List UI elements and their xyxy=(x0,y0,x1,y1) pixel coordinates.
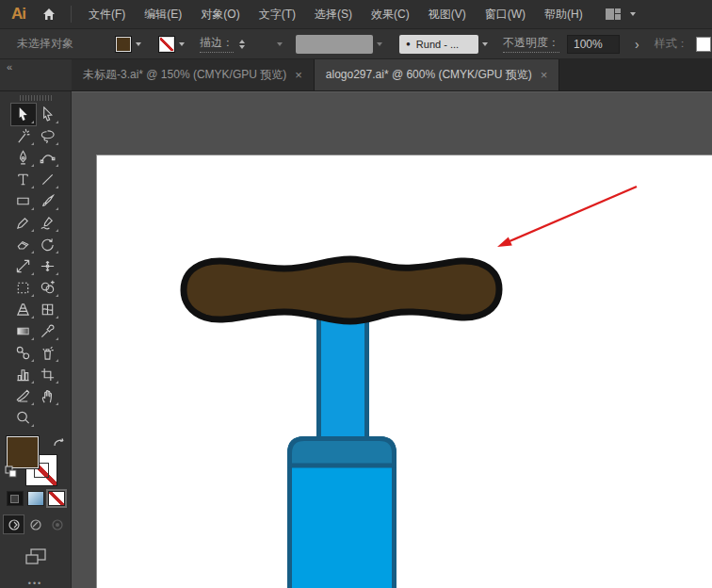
opacity-input[interactable]: 100% xyxy=(567,35,620,54)
edit-toolbar-button[interactable]: ••• xyxy=(28,579,42,588)
illustrator-logo: Ai xyxy=(0,5,35,24)
width-tool[interactable] xyxy=(36,255,60,277)
default-fill-stroke-icon[interactable] xyxy=(5,465,17,482)
draw-behind-button[interactable] xyxy=(25,515,45,533)
tab-close-icon[interactable]: × xyxy=(295,68,302,82)
shaper-icon xyxy=(40,215,56,231)
canvas-area[interactable] xyxy=(72,91,712,588)
drawing-mode-buttons xyxy=(4,515,67,533)
eyedropper-tool[interactable] xyxy=(36,320,60,342)
brush-chevron-icon[interactable] xyxy=(482,42,488,46)
panel-grip[interactable] xyxy=(20,95,52,101)
gradient-tool[interactable] xyxy=(11,320,36,342)
paint-style-buttons xyxy=(7,491,65,506)
menu-item[interactable]: 编辑(E) xyxy=(135,7,191,23)
pencil-icon xyxy=(15,215,31,231)
artboard-icon xyxy=(40,367,56,383)
blend-tool[interactable] xyxy=(11,342,36,364)
fill-color-swatch[interactable] xyxy=(115,36,132,53)
hand-icon xyxy=(40,388,56,404)
curvature-tool[interactable] xyxy=(36,147,60,169)
stroke-weight-chevron-icon[interactable] xyxy=(277,42,283,46)
stroke-weight-label[interactable]: 描边： xyxy=(200,35,234,53)
handle-shape[interactable] xyxy=(184,259,499,321)
eyedropper-icon xyxy=(40,323,56,339)
menu-item[interactable]: 窗口(W) xyxy=(476,7,535,23)
tab-close-icon[interactable]: × xyxy=(541,68,548,82)
color-button[interactable] xyxy=(7,491,24,506)
pencil-tool[interactable] xyxy=(11,212,36,234)
stroke-chevron-icon[interactable] xyxy=(179,42,185,46)
type-tool[interactable] xyxy=(11,169,36,190)
symbol-sprayer-tool[interactable] xyxy=(36,342,60,364)
menu-item[interactable]: 选择(S) xyxy=(305,7,362,23)
rotate-tool[interactable] xyxy=(36,234,60,255)
menu-item[interactable]: 视图(V) xyxy=(419,7,476,23)
direct-selection-tool[interactable] xyxy=(36,104,60,125)
draw-normal-button[interactable] xyxy=(4,515,24,533)
column-graph-tool[interactable] xyxy=(11,364,36,385)
shaper-tool[interactable] xyxy=(36,212,60,234)
rectangle-icon xyxy=(15,193,31,209)
type-icon xyxy=(15,172,31,188)
mesh-tool[interactable] xyxy=(36,299,60,320)
menu-item[interactable]: 文字(T) xyxy=(250,7,305,23)
tab-title: alogo297.ai* @ 600% (CMYK/GPU 预览) xyxy=(326,67,532,83)
fill-chevron-icon[interactable] xyxy=(136,42,141,46)
graphic-style-swatch[interactable] xyxy=(696,37,711,52)
swap-fill-stroke-icon[interactable] xyxy=(53,434,65,451)
screen-mode-icon[interactable] xyxy=(25,548,46,569)
perspective-grid-tool[interactable] xyxy=(11,299,36,320)
menu-item[interactable]: 效果(C) xyxy=(362,7,419,23)
menu-item[interactable]: 对象(O) xyxy=(191,7,249,23)
slice-tool[interactable] xyxy=(11,385,36,407)
lasso-tool[interactable] xyxy=(36,125,60,147)
selection-status: 未选择对象 xyxy=(17,36,85,52)
illustrator-window: Ai 文件(F)编辑(E)对象(O)文字(T)选择(S)效果(C)视图(V)窗口… xyxy=(0,0,712,588)
draw-inside-button xyxy=(47,515,67,533)
line-segment-tool[interactable] xyxy=(36,169,60,190)
document-tab[interactable]: alogo297.ai* @ 600% (CMYK/GPU 预览)× xyxy=(315,59,560,90)
workspace-switcher[interactable] xyxy=(606,8,639,21)
eraser-tool[interactable] xyxy=(11,234,36,255)
workspace-icon xyxy=(606,8,621,21)
stroke-color-swatch[interactable] xyxy=(158,36,175,53)
tab-title: 未标题-3.ai* @ 150% (CMYK/GPU 预览) xyxy=(83,67,286,83)
artboard-tool[interactable] xyxy=(36,364,60,385)
magic-wand-icon xyxy=(15,128,31,144)
shape-builder-tool[interactable] xyxy=(36,277,60,299)
annotation-arrow xyxy=(497,187,637,247)
direct-selection-icon xyxy=(40,106,56,122)
fill-indicator-swatch[interactable] xyxy=(7,436,39,468)
collapse-panel-icon[interactable]: « xyxy=(7,61,12,73)
brush-definition-select[interactable]: ● Rund - ... xyxy=(399,35,478,54)
gradient-icon xyxy=(15,323,31,339)
free-transform-tool[interactable] xyxy=(11,277,36,299)
paintbrush-icon xyxy=(40,193,56,209)
rectangle-tool[interactable] xyxy=(11,190,36,212)
artwork-drawing xyxy=(72,92,712,588)
pen-icon xyxy=(15,150,31,166)
scale-tool[interactable] xyxy=(11,255,36,277)
menu-item[interactable]: 文件(F) xyxy=(79,7,135,23)
stroke-weight-stepper[interactable] xyxy=(239,40,245,49)
opacity-label[interactable]: 不透明度： xyxy=(503,35,559,53)
scale-icon xyxy=(15,258,31,274)
pump-shaft-shape[interactable] xyxy=(319,307,367,441)
none-button[interactable] xyxy=(48,491,65,506)
zoom-tool[interactable] xyxy=(11,407,36,429)
magic-wand-tool[interactable] xyxy=(11,125,36,147)
selection-tool[interactable] xyxy=(11,104,36,125)
menu-item[interactable]: 帮助(H) xyxy=(535,7,592,23)
width-icon xyxy=(40,258,56,274)
hand-tool[interactable] xyxy=(36,385,60,407)
opacity-expand-button[interactable]: › xyxy=(631,37,643,52)
home-icon[interactable] xyxy=(35,7,63,22)
pump-collar-shape[interactable] xyxy=(290,439,395,466)
pen-tool[interactable] xyxy=(11,147,36,169)
fill-stroke-indicator xyxy=(5,434,67,483)
document-tab[interactable]: 未标题-3.ai* @ 150% (CMYK/GPU 预览)× xyxy=(72,59,315,90)
paintbrush-tool[interactable] xyxy=(36,190,60,212)
symbol-sprayer-icon xyxy=(40,345,56,361)
gradient-button[interactable] xyxy=(27,491,44,506)
